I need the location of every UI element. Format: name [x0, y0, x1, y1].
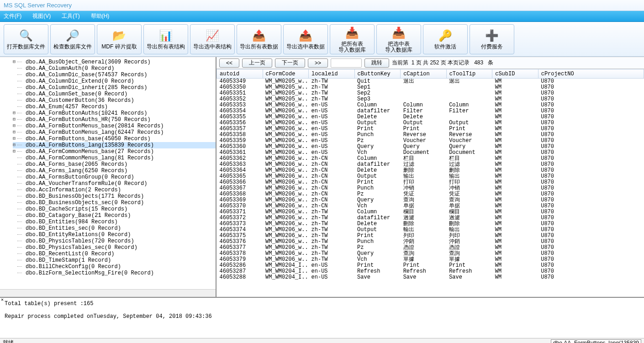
toolbar-button-0[interactable]: 🔍打开数据库文件 — [4, 24, 48, 54]
table-row[interactable]: 46053356WM_WM0206_w...en-USOutputOutputO… — [217, 120, 644, 126]
column-header[interactable]: autoid — [217, 69, 263, 79]
tree-item[interactable]: dbo.BD_BusinessObjects(1771 Records) — [13, 193, 216, 200]
table-row[interactable]: 46053366WM_WM0206_w...zh-CNPrint打印打印WMU8… — [217, 179, 644, 185]
first-page-button[interactable]: << — [219, 58, 239, 68]
column-header[interactable]: cProjectNO — [538, 69, 644, 79]
tree-item[interactable]: dbo.BD_Entities(984 Records) — [13, 219, 216, 225]
toolbar-button-5[interactable]: 📤导出所有表数据 — [237, 24, 281, 54]
tree-item[interactable]: dbo.BD_TimeStamp(1 Record) — [13, 257, 216, 264]
table-row[interactable]: 46053350WM_WM0205_w...zh-TWSep1WMU870 — [217, 84, 644, 90]
goto-button[interactable]: 跳转 — [364, 58, 389, 68]
tree-item[interactable]: dbo.BD_Entities_sec(0 Record) — [13, 225, 216, 232]
tree-item[interactable]: dbo.AA_ColumnAuth(0 Record) — [13, 65, 216, 72]
toolbar-button-9[interactable]: 🔑软件激活 — [423, 24, 468, 54]
table-row[interactable]: 46053286WM_WM0204_I...en-USPrintPrintPri… — [217, 263, 644, 269]
toolbar-button-10[interactable]: ➕付费服务 — [470, 24, 514, 54]
tree-item[interactable]: dbo.BD_BusinessObjects_sec(0 Record) — [13, 200, 216, 206]
tree-item[interactable]: dbo.AA_FormsButtonGroup(0 Record) — [13, 174, 216, 180]
menu-file[interactable]: 文件(F) — [4, 12, 21, 20]
console-close-icon[interactable]: ✕ — [1, 297, 4, 302]
tree-item[interactable]: dbo.AA_FormCommonMenus_base(27 Records) — [13, 148, 216, 155]
tree-item[interactable]: dbo.BD_CacheScripts(15 Records) — [13, 206, 216, 212]
column-header[interactable]: cCaption — [401, 69, 447, 79]
table-row[interactable]: 46053362WM_WM0206_w...zh-CNColumn栏目栏目WMU… — [217, 156, 644, 162]
tree-item[interactable]: dbo.AA_VoucherTransformRule(0 Record) — [13, 180, 216, 187]
table-row[interactable]: 46053374WM_WM0206_w...zh-TWOutput輸出輸出WMU… — [217, 227, 644, 233]
table-row[interactable]: 46053365WM_WM0206_w...zh-CNOutput输出输出WMU… — [217, 174, 644, 179]
table-row[interactable]: 46053368WM_WM0206_w...zh-CNPz凭证凭证WMU870 — [217, 191, 644, 197]
tree-item[interactable]: dbo.AA_FormButtons_base(45050 Records) — [13, 136, 216, 142]
table-row[interactable]: 46053288WM_WM0204_I...en-USSaveSaveSaveW… — [217, 274, 644, 280]
next-page-button[interactable]: 下一页 — [275, 58, 305, 68]
table-row[interactable]: 46053349WM_WM0205_w...zh-TWQuit退出退出WMU87… — [217, 79, 644, 85]
toolbar-button-7[interactable]: 📥把所有表 导入数据库 — [330, 24, 375, 54]
tree-item[interactable]: dbo.BizForm_SelectionMsg_Fire(0 Record) — [13, 270, 216, 276]
prev-page-button[interactable]: 上一页 — [242, 58, 272, 68]
toolbar-button-6[interactable]: 📤导出选中表数据 — [283, 24, 328, 54]
toolbar-button-2[interactable]: 📂MDF 碎片提取 — [97, 24, 142, 54]
table-row[interactable]: 46053371WM_WM0206_w...zh-TWColumn欄目欄目WMU… — [217, 209, 644, 215]
toolbar-button-8[interactable]: 📥把选中表 导入数据库 — [376, 24, 421, 54]
tree-item[interactable]: dbo.AA_FormButtons_lang(135839 Records) — [13, 142, 216, 148]
table-row[interactable]: 46053370WM_WM0206_w...zh-CNVch单据单据WMU870 — [217, 203, 644, 209]
tree-item[interactable]: dbo.AccInformation(2 Records) — [13, 187, 216, 193]
goto-page-input[interactable] — [331, 58, 362, 68]
tree-item[interactable]: dbo.BD_EntityRelations(0 Record) — [13, 232, 216, 238]
toolbar-button-4[interactable]: 📈导出选中表结构 — [190, 24, 235, 54]
tree-item[interactable]: dbo.AA_FormButtonMenus_base(20814 Record… — [13, 123, 216, 129]
tree-item[interactable]: dbo.BD_Catagory_Base(21 Records) — [13, 212, 216, 219]
table-row[interactable]: 46053359WM_WM0206_w...en-USPzVoucherVouc… — [217, 138, 644, 144]
tree-item[interactable]: dbo.AA_FormButtonAuths(10241 Records) — [13, 110, 216, 116]
column-header[interactable]: cToolTip — [446, 69, 492, 79]
tree-item[interactable]: dbo.AA_Forms_base(2065 Records) — [13, 161, 216, 168]
menu-tool[interactable]: 工具(T) — [62, 12, 79, 20]
table-row[interactable]: 46053363WM_WM0206_w...zh-CNdatafilter过滤过… — [217, 162, 644, 168]
table-row[interactable]: 46053379WM_WM0206_w...zh-TWVch單據單據WMU870 — [217, 257, 644, 263]
table-row[interactable]: 46053361WM_WM0206_w...en-USVchDocumentDo… — [217, 150, 644, 156]
tree-item[interactable]: dbo.BD_PhysicsTables_sec(0 Record) — [13, 244, 216, 251]
data-grid[interactable]: autoidcFormCodelocaleidcButtonKeycCaptio… — [216, 69, 644, 297]
tree-item[interactable]: dbo.BD_PhysicsTables(720 Records) — [13, 238, 216, 244]
table-row[interactable]: 46053351WM_WM0205_w...zh-TWSep2WMU870 — [217, 90, 644, 96]
column-header[interactable]: cButtonKey — [354, 69, 401, 79]
table-row[interactable]: 46053377WM_WM0206_w...zh-TWPz憑證憑證WMU870 — [217, 245, 644, 251]
table-row[interactable]: 46053375WM_WM0206_w...zh-TWPrint列印列印WMU8… — [217, 233, 644, 239]
tree-item[interactable]: dbo.AA_ColumnDic_Extend(0 Record) — [13, 78, 216, 84]
table-row[interactable]: 46053287WM_WM0204_I...en-USRefreshRefres… — [217, 269, 644, 274]
table-row[interactable]: 46053373WM_WM0206_w...zh-TWDelete刪除刪除WMU… — [217, 221, 644, 227]
tree-item[interactable]: dbo.BillCheckConfig(0 Record) — [13, 264, 216, 270]
table-row[interactable]: 46053352WM_WM0205_w...zh-TWSep3WMU870 — [217, 96, 644, 102]
table-row[interactable]: 46053360WM_WM0206_w...en-USQueryQueryQue… — [217, 144, 644, 150]
table-row[interactable]: 46053357WM_WM0206_w...en-USPrintPrintPri… — [217, 126, 644, 132]
tree-item[interactable]: dbo.AA_BusObject_General(3609 Records) — [13, 59, 216, 65]
tree-item[interactable]: dbo.AA_FormButtonMenus_lang(62447 Record… — [13, 129, 216, 136]
menu-help[interactable]: 帮助(H) — [91, 12, 110, 20]
menu-view[interactable]: 视图(V) — [32, 12, 51, 20]
tree-item[interactable]: dbo.AA_FormCommonMenus_lang(81 Records) — [13, 155, 216, 161]
column-header[interactable]: cFormCode — [263, 69, 309, 79]
column-header[interactable]: cSubID — [492, 69, 538, 79]
last-page-button[interactable]: >> — [308, 58, 328, 68]
table-row[interactable]: 46053369WM_WM0206_w...zh-CNQuery查询查询WMU8… — [217, 197, 644, 203]
tree-item[interactable]: dbo.AA_CustomerButton(36 Records) — [13, 97, 216, 104]
table-row[interactable]: 46053353WM_WM0206_w...en-USColumnColumnC… — [217, 102, 644, 108]
toolbar-button-3[interactable]: 📊导出所有表结构 — [143, 24, 188, 54]
table-row[interactable]: 46053364WM_WM0206_w...zh-CNDelete删除删除WMU… — [217, 168, 644, 174]
tree-h-scrollbar[interactable] — [0, 289, 216, 297]
table-row[interactable]: 46053367WM_WM0206_w...zh-CNPunch冲销冲销WMU8… — [217, 185, 644, 191]
tree-pane[interactable]: dbo.AA_BusObject_General(3609 Records)db… — [0, 57, 216, 297]
tree-item[interactable]: dbo.AA_FormButtonAuths_HR(750 Records) — [13, 116, 216, 123]
column-header[interactable]: localeid — [309, 69, 355, 79]
toolbar-button-1[interactable]: 🔎检查数据库文件 — [50, 24, 95, 54]
table-row[interactable]: 46053355WM_WM0206_w...en-USDeleteDeleteW… — [217, 114, 644, 120]
tree-item[interactable]: dbo.AA_ColumnDic_base(574537 Records) — [13, 72, 216, 78]
tree-item[interactable]: dbo.BD_RecentList(0 Record) — [13, 251, 216, 257]
tree-item[interactable]: dbo.AA_Forms_lang(6250 Records) — [13, 168, 216, 174]
table-row[interactable]: 46053354WM_WM0206_w...en-USdatafilterFil… — [217, 108, 644, 114]
table-row[interactable]: 46053378WM_WM0206_w...zh-TWQuery查詢查詢WMU8… — [217, 251, 644, 257]
table-row[interactable]: 46053372WM_WM0206_w...zh-TWdatafilter過濾過… — [217, 215, 644, 221]
tree-item[interactable]: dbo.AA_ColumnDic_inherit(285 Records) — [13, 84, 216, 91]
table-row[interactable]: 46053358WM_WM0206_w...en-USPunchReverseR… — [217, 132, 644, 138]
table-row[interactable]: 46053376WM_WM0206_w...zh-TWPunch沖銷沖銷WMU8… — [217, 239, 644, 245]
tree-item[interactable]: dbo.AA_Enum(4257 Records) — [13, 104, 216, 110]
